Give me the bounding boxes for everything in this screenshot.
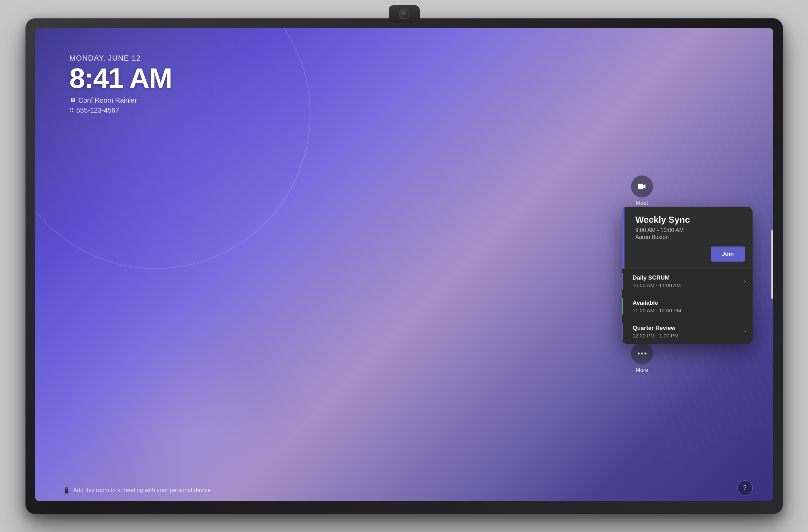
camera-mount [389, 5, 420, 22]
room-phone: ⠿ 555-123-4567 [70, 106, 172, 114]
quarter-review-content: Quarter Review 12:00 PM - 1:00 PM [628, 324, 679, 338]
svg-point-4 [638, 352, 640, 354]
clock-date: MONDAY, JUNE 12 [70, 54, 172, 63]
quarter-review-time: 12:00 PM - 1:00 PM [633, 332, 679, 338]
help-icon: ? [743, 484, 746, 491]
daily-scrum-time: 10:00 AM - 11:00 AM [633, 282, 681, 288]
screen: MONDAY, JUNE 12 8:41 AM 🖥 Conf Room Rain… [35, 28, 773, 501]
available-accent [622, 298, 623, 314]
main-meeting-card: Weekly Sync 9:00 AM - 10:00 AM Aaron Bux… [622, 207, 753, 268]
quarter-review-accent [622, 323, 623, 340]
main-meeting-organizer: Aaron Buxton [631, 234, 745, 240]
help-button[interactable]: ? [737, 480, 753, 496]
daily-scrum-accent [622, 273, 623, 289]
add-room-icon: 📱 [63, 487, 70, 494]
meeting-item-daily-scrum[interactable]: Daily SCRUM 10:00 AM - 11:00 AM › [622, 269, 753, 293]
daily-scrum-content: Daily SCRUM 10:00 AM - 11:00 AM [628, 274, 681, 288]
join-button[interactable]: Join [711, 246, 745, 261]
meeting-item-available[interactable]: Available 11:00 AM - 12:00 PM [622, 294, 753, 319]
main-meeting-time: 9:00 AM - 10:00 AM [631, 227, 745, 233]
meet-button[interactable]: Meet [631, 175, 653, 206]
more-button[interactable]: More [631, 342, 653, 373]
room-info: 🖥 Conf Room Rainier ⠿ 555-123-4567 [70, 96, 172, 114]
monitor-icon: 🖥 [70, 97, 76, 104]
dialpad-icon: ⠿ [70, 107, 74, 114]
stylus [771, 230, 773, 299]
available-content: Available 11:00 AM - 12:00 PM [628, 299, 681, 313]
meet-label: Meet [636, 199, 648, 206]
svg-rect-0 [638, 184, 643, 189]
quarter-review-chevron: › [744, 328, 746, 335]
clock-time: 8:41 AM [70, 64, 172, 92]
more-label: More [636, 366, 648, 373]
main-meeting-accent [623, 207, 625, 268]
quarter-review-title: Quarter Review [633, 324, 679, 331]
device-wrapper: MONDAY, JUNE 12 8:41 AM 🖥 Conf Room Rain… [25, 18, 783, 514]
video-icon [638, 182, 647, 191]
monitor-bezel: MONDAY, JUNE 12 8:41 AM 🖥 Conf Room Rain… [25, 18, 783, 514]
meeting-item-quarter-review[interactable]: Quarter Review 12:00 PM - 1:00 PM › [622, 319, 753, 344]
bottom-hint: 📱 Add this room to a meeting with your p… [63, 487, 211, 494]
calendar-panel: T Weekly Sync 9:00 AM - 10:00 AM Aaron B… [622, 207, 753, 344]
daily-scrum-title: Daily SCRUM [633, 274, 681, 281]
camera-lens [399, 8, 410, 19]
meet-button-circle [631, 175, 653, 197]
available-title: Available [633, 299, 681, 306]
room-name: 🖥 Conf Room Rainier [70, 96, 172, 104]
svg-point-5 [641, 352, 643, 354]
available-time: 11:00 AM - 12:00 PM [633, 307, 681, 313]
clock-area: MONDAY, JUNE 12 8:41 AM 🖥 Conf Room Rain… [70, 54, 172, 114]
more-button-circle [631, 342, 653, 364]
main-meeting-title: Weekly Sync [631, 214, 745, 225]
daily-scrum-chevron: › [744, 278, 746, 285]
more-dots-icon [638, 352, 647, 355]
svg-point-6 [644, 352, 647, 354]
